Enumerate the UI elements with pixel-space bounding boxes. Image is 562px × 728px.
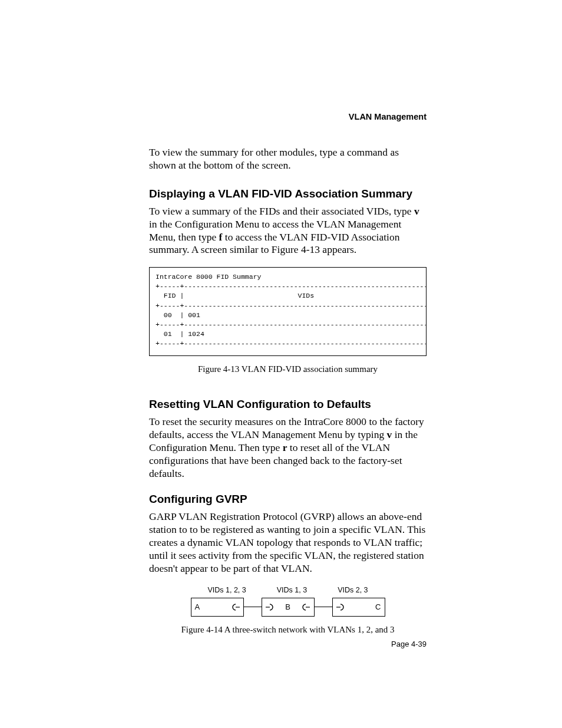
link-line-ab — [244, 607, 262, 607]
key-v: v — [414, 205, 419, 217]
port-icon — [336, 603, 345, 611]
vid-labels-row: VIDs 1, 2, 3 VIDs 1, 3 VIDs 2, 3 — [188, 586, 388, 594]
switch-c: C — [332, 598, 385, 617]
heading-configuring-gvrp: Configuring GVRP — [149, 493, 427, 506]
heading-reset-defaults: Resetting VLAN Configuration to Defaults — [149, 398, 427, 411]
vid-label-b: VIDs 1, 3 — [277, 586, 307, 594]
switch-label-b: B — [285, 602, 290, 611]
switch-b: B — [262, 598, 315, 617]
paragraph-reset: To reset the security measures on the In… — [149, 416, 427, 480]
paragraph-gvrp: GARP VLAN Registration Protocol (GVRP) a… — [149, 510, 427, 575]
heading-fid-vid-summary: Displaying a VLAN FID-VID Association Su… — [149, 187, 427, 200]
text-span: To view a summary of the FIDs and their … — [149, 205, 414, 217]
figure-4-14-diagram: VIDs 1, 2, 3 VIDs 1, 3 VIDs 2, 3 A B — [149, 586, 427, 635]
page-number: Page 4-39 — [391, 640, 427, 648]
running-header: VLAN Management — [149, 112, 427, 121]
port-icon — [232, 603, 240, 611]
text-span: To reset the security measures on the In… — [149, 416, 424, 440]
link-line-bc — [315, 607, 332, 607]
vid-label-a: VIDs 1, 2, 3 — [207, 586, 246, 594]
switch-label-c: C — [375, 602, 381, 611]
document-page: VLAN Management To view the summary for … — [0, 0, 562, 728]
paragraph-fid-vid: To view a summary of the FIDs and their … — [149, 205, 427, 257]
switch-a: A — [191, 598, 244, 617]
vid-label-c: VIDs 2, 3 — [338, 586, 368, 594]
key-v: v — [387, 429, 392, 440]
port-icon — [302, 603, 310, 611]
switch-row: A B C — [191, 598, 385, 617]
switch-label-a: A — [195, 602, 200, 611]
intro-paragraph: To view the summary for other modules, t… — [149, 146, 427, 172]
figure-4-14-caption: Figure 4-14 A three-switch network with … — [181, 625, 394, 635]
figure-4-13-caption: Figure 4-13 VLAN FID-VID association sum… — [149, 364, 427, 374]
port-icon — [266, 603, 274, 611]
terminal-output-block: IntraCore 8000 FID Summary +-----+------… — [149, 267, 427, 356]
